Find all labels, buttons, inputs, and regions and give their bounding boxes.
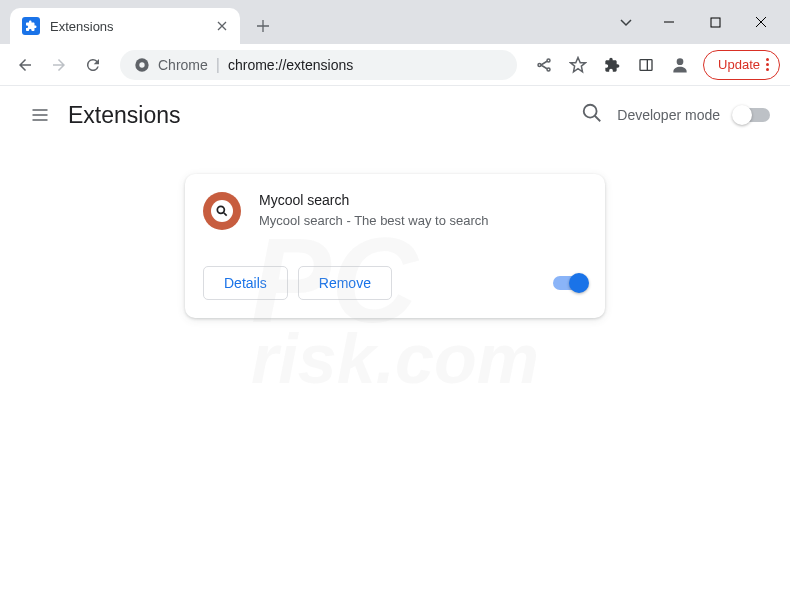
svg-point-5 <box>547 68 550 71</box>
hamburger-menu-button[interactable] <box>20 95 60 135</box>
tab-close-button[interactable] <box>214 18 230 34</box>
extensions-page-header: Extensions Developer mode <box>0 86 790 144</box>
extension-description: Mycool search - The best way to search <box>259 212 489 230</box>
svg-point-4 <box>547 59 550 62</box>
forward-button[interactable] <box>44 50 74 80</box>
browser-toolbar: Chrome | chrome://extensions Update <box>0 44 790 86</box>
reload-button[interactable] <box>78 50 108 80</box>
svg-point-8 <box>584 105 597 118</box>
omnibox-chip: Chrome <box>158 57 208 73</box>
extensions-content: Mycool search Mycool search - The best w… <box>0 144 790 318</box>
close-window-button[interactable] <box>738 7 784 37</box>
developer-mode-label: Developer mode <box>617 107 720 123</box>
omnibox-separator: | <box>216 56 220 74</box>
update-label: Update <box>718 57 760 72</box>
developer-mode-toggle[interactable] <box>734 108 770 122</box>
svg-point-9 <box>217 206 224 213</box>
details-button[interactable]: Details <box>203 266 288 300</box>
new-tab-button[interactable] <box>248 11 278 41</box>
window-controls <box>606 0 790 44</box>
maximize-button[interactable] <box>692 7 738 37</box>
extension-name: Mycool search <box>259 192 489 208</box>
svg-rect-0 <box>711 18 720 27</box>
page-title: Extensions <box>68 102 181 129</box>
back-button[interactable] <box>10 50 40 80</box>
chrome-icon <box>134 57 150 73</box>
address-bar[interactable]: Chrome | chrome://extensions <box>120 50 517 80</box>
extension-app-icon <box>203 192 241 230</box>
profile-icon[interactable] <box>665 50 695 80</box>
tab-title: Extensions <box>50 19 214 34</box>
remove-button[interactable]: Remove <box>298 266 392 300</box>
bookmark-icon[interactable] <box>563 50 593 80</box>
update-button[interactable]: Update <box>703 50 780 80</box>
svg-point-2 <box>139 62 144 67</box>
tab-search-button[interactable] <box>606 7 646 37</box>
side-panel-icon[interactable] <box>631 50 661 80</box>
extension-enable-toggle[interactable] <box>553 276 587 290</box>
svg-rect-6 <box>640 59 652 70</box>
extension-card: Mycool search Mycool search - The best w… <box>185 174 605 318</box>
minimize-button[interactable] <box>646 7 692 37</box>
share-icon[interactable] <box>529 50 559 80</box>
window-titlebar: Extensions <box>0 0 790 44</box>
omnibox-url: chrome://extensions <box>228 57 353 73</box>
svg-point-3 <box>538 63 541 66</box>
search-button[interactable] <box>581 102 603 128</box>
menu-dots-icon <box>766 58 769 71</box>
extensions-icon[interactable] <box>597 50 627 80</box>
svg-point-7 <box>677 58 684 65</box>
browser-tab[interactable]: Extensions <box>10 8 240 44</box>
extension-puzzle-icon <box>22 17 40 35</box>
